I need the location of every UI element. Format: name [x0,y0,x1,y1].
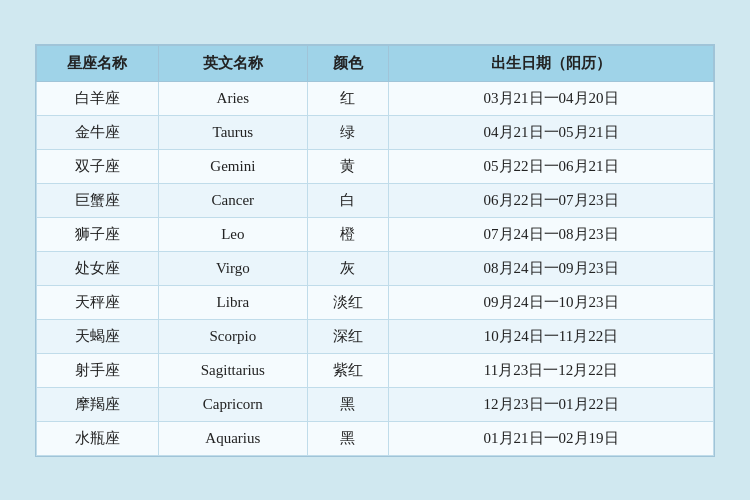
cell-color: 橙 [307,217,388,251]
zodiac-table-container: 星座名称 英文名称 颜色 出生日期（阳历） 白羊座Aries红03月21日一04… [35,44,715,457]
cell-color: 红 [307,81,388,115]
cell-chinese: 天秤座 [37,285,159,319]
cell-date: 01月21日一02月19日 [389,421,714,455]
cell-date: 11月23日一12月22日 [389,353,714,387]
cell-chinese: 处女座 [37,251,159,285]
cell-chinese: 双子座 [37,149,159,183]
table-row: 双子座Gemini黄05月22日一06月21日 [37,149,714,183]
table-row: 天秤座Libra淡红09月24日一10月23日 [37,285,714,319]
cell-color: 紫红 [307,353,388,387]
cell-english: Aquarius [158,421,307,455]
cell-date: 08月24日一09月23日 [389,251,714,285]
zodiac-table: 星座名称 英文名称 颜色 出生日期（阳历） 白羊座Aries红03月21日一04… [36,45,714,456]
header-date: 出生日期（阳历） [389,45,714,81]
cell-chinese: 天蝎座 [37,319,159,353]
cell-chinese: 摩羯座 [37,387,159,421]
cell-chinese: 金牛座 [37,115,159,149]
cell-date: 05月22日一06月21日 [389,149,714,183]
cell-date: 10月24日一11月22日 [389,319,714,353]
cell-chinese: 射手座 [37,353,159,387]
cell-color: 灰 [307,251,388,285]
cell-date: 12月23日一01月22日 [389,387,714,421]
cell-chinese: 白羊座 [37,81,159,115]
cell-color: 深红 [307,319,388,353]
table-body: 白羊座Aries红03月21日一04月20日金牛座Taurus绿04月21日一0… [37,81,714,455]
cell-english: Libra [158,285,307,319]
cell-english: Virgo [158,251,307,285]
cell-date: 04月21日一05月21日 [389,115,714,149]
cell-english: Cancer [158,183,307,217]
cell-date: 07月24日一08月23日 [389,217,714,251]
table-row: 巨蟹座Cancer白06月22日一07月23日 [37,183,714,217]
cell-color: 绿 [307,115,388,149]
cell-date: 09月24日一10月23日 [389,285,714,319]
cell-color: 黑 [307,387,388,421]
table-row: 狮子座Leo橙07月24日一08月23日 [37,217,714,251]
cell-chinese: 狮子座 [37,217,159,251]
cell-english: Taurus [158,115,307,149]
table-row: 白羊座Aries红03月21日一04月20日 [37,81,714,115]
cell-chinese: 巨蟹座 [37,183,159,217]
cell-english: Sagittarius [158,353,307,387]
table-row: 水瓶座Aquarius黑01月21日一02月19日 [37,421,714,455]
cell-chinese: 水瓶座 [37,421,159,455]
table-row: 处女座Virgo灰08月24日一09月23日 [37,251,714,285]
table-row: 摩羯座Capricorn黑12月23日一01月22日 [37,387,714,421]
cell-color: 白 [307,183,388,217]
cell-english: Gemini [158,149,307,183]
cell-color: 淡红 [307,285,388,319]
cell-english: Leo [158,217,307,251]
cell-english: Aries [158,81,307,115]
cell-english: Scorpio [158,319,307,353]
cell-date: 06月22日一07月23日 [389,183,714,217]
table-row: 射手座Sagittarius紫红11月23日一12月22日 [37,353,714,387]
header-english: 英文名称 [158,45,307,81]
header-chinese: 星座名称 [37,45,159,81]
cell-english: Capricorn [158,387,307,421]
table-header-row: 星座名称 英文名称 颜色 出生日期（阳历） [37,45,714,81]
cell-date: 03月21日一04月20日 [389,81,714,115]
cell-color: 黑 [307,421,388,455]
table-row: 金牛座Taurus绿04月21日一05月21日 [37,115,714,149]
header-color: 颜色 [307,45,388,81]
table-row: 天蝎座Scorpio深红10月24日一11月22日 [37,319,714,353]
cell-color: 黄 [307,149,388,183]
